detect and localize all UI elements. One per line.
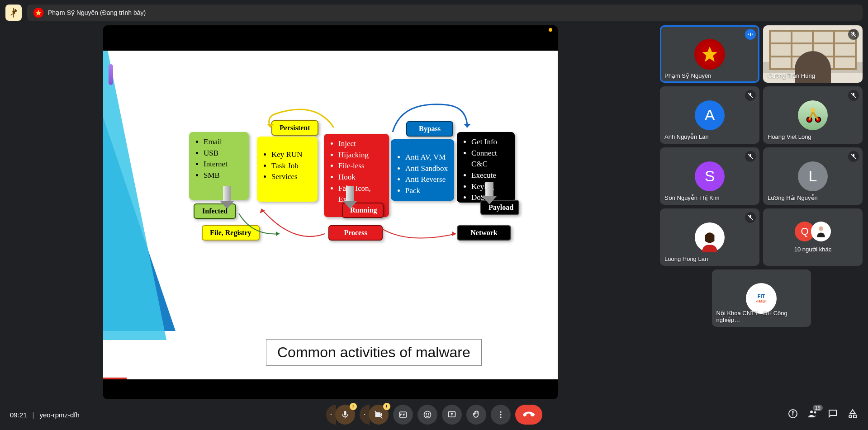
mic-warning-badge: ! <box>350 403 357 410</box>
svg-marker-2 <box>260 209 265 213</box>
mic-off-icon <box>848 29 859 40</box>
camera-options-button[interactable] <box>360 405 370 425</box>
chat-button[interactable] <box>827 408 838 421</box>
mic-toggle-button[interactable]: ! <box>335 405 355 425</box>
participant-avatar: A <box>695 100 725 130</box>
unpin-presentation-button[interactable] <box>5 5 22 21</box>
label-process: Process <box>328 225 383 241</box>
leave-call-button[interactable] <box>515 405 542 425</box>
meeting-info-button[interactable] <box>787 408 798 421</box>
svg-rect-8 <box>750 33 751 36</box>
participant-name: Luong Hong Lan <box>664 255 708 262</box>
svg-point-25 <box>426 414 427 415</box>
separator: | <box>33 411 34 419</box>
slide-item: Internet <box>204 159 242 170</box>
slide-item: Key RUN <box>271 149 311 161</box>
mic-options-button[interactable] <box>326 405 336 425</box>
overflow-avatars: Q <box>795 222 831 241</box>
participant-avatar: S <box>695 161 725 191</box>
info-icon <box>787 408 798 419</box>
chevron-up-icon <box>329 412 333 417</box>
captions-button[interactable] <box>393 405 413 425</box>
slide-item: Anti AV, VM <box>405 152 448 163</box>
speaking-indicator-icon <box>745 29 756 40</box>
meeting-code: yeo-rpmz-dfh <box>39 411 79 419</box>
participant-tile[interactable]: Hoang Viet Long <box>763 86 863 144</box>
presenter-avatar-icon <box>33 8 43 18</box>
raise-hand-button[interactable] <box>466 405 486 425</box>
svg-point-34 <box>810 411 813 413</box>
svg-point-20 <box>819 227 823 231</box>
present-screen-button[interactable] <box>442 405 462 425</box>
participants-count-badge: 19 <box>813 405 823 411</box>
participant-avatar: FIT-HaUI <box>746 283 777 314</box>
participant-avatar <box>798 100 828 130</box>
hangup-icon <box>523 409 535 421</box>
participant-name: Sơn Nguyễn Thị Kim <box>664 194 720 201</box>
slide-item: Connect C&C <box>471 148 508 170</box>
reactions-button[interactable] <box>417 405 437 425</box>
slide-progress-bar <box>103 378 127 379</box>
svg-point-28 <box>500 411 501 413</box>
svg-point-24 <box>424 411 431 418</box>
slide-item: Get Info <box>471 137 508 148</box>
mic-off-icon <box>848 151 859 162</box>
present-icon <box>447 410 456 419</box>
slide-item: SMB <box>204 170 242 181</box>
participant-tile[interactable]: A Anh Nguyễn Lan <box>660 86 759 144</box>
chevron-up-icon <box>362 412 367 417</box>
camera-toggle-button[interactable]: ! <box>369 405 389 425</box>
participant-overflow-tile[interactable]: Q 10 người khác <box>763 208 863 266</box>
participant-name: Cường Trần Hùng <box>768 72 815 79</box>
participant-avatar <box>694 39 725 70</box>
captions-icon <box>398 410 408 419</box>
svg-marker-6 <box>702 47 717 61</box>
svg-point-33 <box>792 411 793 412</box>
slide-item: Anti Reverse <box>405 174 448 185</box>
emoji-icon <box>423 410 432 419</box>
presenter-banner[interactable]: Phạm Sỹ Nguyên (Đang trình bày) <box>27 5 863 21</box>
svg-rect-21 <box>345 417 346 418</box>
slide-title: Common activities of malware <box>266 339 482 366</box>
presenter-name: Phạm Sỹ Nguyên (Đang trình bày) <box>48 9 146 16</box>
svg-rect-9 <box>752 33 753 35</box>
slide-item: Email <box>204 137 242 148</box>
slide-item: Anti Sandbox <box>405 163 448 175</box>
chat-icon <box>827 408 838 419</box>
participant-tile[interactable]: Luong Hong Lan <box>660 208 759 266</box>
svg-marker-0 <box>35 9 41 15</box>
more-vert-icon <box>496 410 505 419</box>
mic-off-icon <box>745 90 756 101</box>
activities-button[interactable] <box>847 408 858 421</box>
participant-tile[interactable]: Phạm Sỹ Nguyên <box>660 25 759 83</box>
svg-rect-38 <box>854 415 856 418</box>
laser-pointer-icon <box>549 28 552 32</box>
participants-button[interactable]: 19 <box>807 408 818 421</box>
svg-marker-3 <box>452 232 456 236</box>
more-options-button[interactable] <box>491 405 511 425</box>
svg-marker-4 <box>267 124 274 128</box>
participant-tile[interactable]: Cường Trần Hùng <box>763 25 863 83</box>
svg-marker-5 <box>464 124 471 128</box>
svg-rect-7 <box>748 33 749 35</box>
mic-off-icon <box>745 151 756 162</box>
slide-item: Pack <box>405 185 448 197</box>
participant-tile[interactable]: S Sơn Nguyễn Thị Kim <box>660 147 759 205</box>
mic-off-icon <box>848 90 859 101</box>
overflow-count-label: 10 người khác <box>794 246 832 253</box>
slide-item: Hook <box>338 172 383 183</box>
svg-point-26 <box>428 414 429 415</box>
presentation-stage: Email USB Internet SMB Infected Persiste… <box>5 25 655 399</box>
svg-marker-36 <box>850 410 855 414</box>
participant-name: Phạm Sỹ Nguyên <box>664 72 711 79</box>
slide-item: Services <box>271 171 311 183</box>
svg-point-30 <box>500 416 501 418</box>
participant-tile[interactable]: FIT-HaUI Nội Khoa CNTT - ĐH Công nghiệp… <box>712 269 811 327</box>
svg-point-14 <box>811 108 815 112</box>
participant-tile[interactable]: L Lương Hải Nguyễn <box>763 147 863 205</box>
participant-name: Lương Hải Nguyễn <box>768 194 818 201</box>
participant-name: Anh Nguyễn Lan <box>664 133 709 140</box>
unpin-icon <box>7 6 20 19</box>
camera-off-icon <box>374 410 383 419</box>
label-network: Network <box>457 225 511 241</box>
